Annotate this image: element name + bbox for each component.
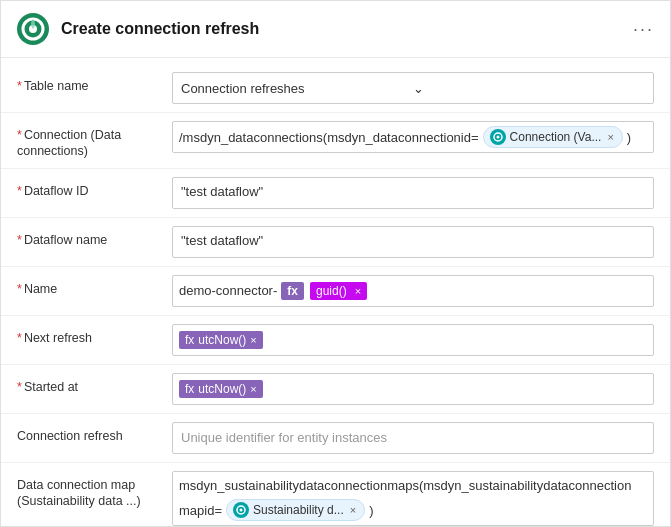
name-token-area[interactable]: demo-connector- fx guid() × bbox=[172, 275, 654, 307]
connection-suffix: ) bbox=[627, 130, 631, 145]
more-options-button[interactable]: ··· bbox=[633, 19, 654, 40]
next-refresh-label: *Next refresh bbox=[17, 324, 172, 346]
connection-refresh-input[interactable]: Unique identifier for entity instances bbox=[172, 422, 654, 454]
guid-chip: guid() × bbox=[310, 282, 367, 300]
dataflow-name-control: "test dataflow" bbox=[172, 226, 654, 258]
dataflow-name-row: *Dataflow name "test dataflow" bbox=[1, 220, 670, 264]
started-at-fx-icon: fx bbox=[185, 382, 194, 396]
guid-chip-label: guid() bbox=[316, 284, 347, 298]
next-refresh-utcnow: utcNow() bbox=[198, 333, 246, 347]
table-name-control: Connection refreshes ⌄ bbox=[172, 72, 654, 104]
connection-row: *Connection (Data connections) /msdyn_da… bbox=[1, 115, 670, 166]
next-refresh-row: *Next refresh fx utcNow() × bbox=[1, 318, 670, 362]
next-refresh-control: fx utcNow() × bbox=[172, 324, 654, 356]
dataflow-name-label: *Dataflow name bbox=[17, 226, 172, 248]
svg-point-4 bbox=[496, 136, 499, 139]
next-refresh-close-icon[interactable]: × bbox=[250, 334, 256, 346]
name-control: demo-connector- fx guid() × bbox=[172, 275, 654, 307]
connection-prefix: /msdyn_dataconnections(msdyn_dataconnect… bbox=[179, 130, 479, 145]
next-refresh-input[interactable]: fx utcNow() × bbox=[172, 324, 654, 356]
table-name-row: *Table name Connection refreshes ⌄ bbox=[1, 66, 670, 110]
name-row: *Name demo-connector- fx guid() × bbox=[1, 269, 670, 313]
started-at-input[interactable]: fx utcNow() × bbox=[172, 373, 654, 405]
guid-close-icon[interactable]: × bbox=[355, 285, 361, 297]
table-name-dropdown[interactable]: Connection refreshes ⌄ bbox=[172, 72, 654, 104]
started-at-close-icon[interactable]: × bbox=[250, 383, 256, 395]
sustainability-chip-label: Sustainability d... bbox=[253, 503, 344, 517]
started-at-row: *Started at fx utcNow() × bbox=[1, 367, 670, 411]
chevron-down-icon: ⌄ bbox=[413, 81, 645, 96]
dataflow-id-row: *Dataflow ID "test dataflow" bbox=[1, 171, 670, 215]
connection-chip-label: Connection (Va... bbox=[510, 130, 602, 144]
app-logo bbox=[17, 13, 49, 45]
sustainability-chip-icon bbox=[233, 502, 249, 518]
connection-chip-icon bbox=[490, 129, 506, 145]
fx-icon: fx bbox=[281, 282, 304, 300]
data-connection-map-label: Data connection map (Sustainability data… bbox=[17, 471, 172, 510]
data-connection-map-suffix: ) bbox=[369, 503, 373, 518]
connection-refresh-label: Connection refresh bbox=[17, 422, 172, 444]
data-connection-map-prefix: mapid= bbox=[179, 503, 222, 518]
connection-control: /msdyn_dataconnections(msdyn_dataconnect… bbox=[172, 121, 654, 153]
table-name-label: *Table name bbox=[17, 72, 172, 94]
started-at-label: *Started at bbox=[17, 373, 172, 395]
started-at-control: fx utcNow() × bbox=[172, 373, 654, 405]
connection-refresh-placeholder: Unique identifier for entity instances bbox=[181, 430, 387, 445]
started-at-fx-chip: fx utcNow() × bbox=[179, 380, 263, 398]
panel-title: Create connection refresh bbox=[61, 20, 633, 38]
connection-token-chip: Connection (Va... × bbox=[483, 126, 623, 148]
data-connection-map-control: msdyn_sustainabilitydataconnectionmaps(m… bbox=[172, 471, 654, 527]
dataflow-name-input[interactable]: "test dataflow" bbox=[172, 226, 654, 258]
dataflow-id-control: "test dataflow" bbox=[172, 177, 654, 209]
dataflow-id-input[interactable]: "test dataflow" bbox=[172, 177, 654, 209]
main-panel: Create connection refresh ··· *Table nam… bbox=[0, 0, 671, 527]
data-connection-map-input[interactable]: msdyn_sustainabilitydataconnectionmaps(m… bbox=[172, 471, 654, 527]
dataflow-id-label: *Dataflow ID bbox=[17, 177, 172, 199]
name-prefix-text: demo-connector- bbox=[179, 283, 277, 298]
data-connection-map-row: Data connection map (Sustainability data… bbox=[1, 465, 670, 527]
svg-point-6 bbox=[240, 509, 243, 512]
connection-chip-close[interactable]: × bbox=[607, 131, 613, 143]
header: Create connection refresh ··· bbox=[1, 1, 670, 58]
sustainability-chip-close[interactable]: × bbox=[350, 504, 356, 516]
name-label: *Name bbox=[17, 275, 172, 297]
connection-refresh-row: Connection refresh Unique identifier for… bbox=[1, 416, 670, 460]
data-connection-map-line1: msdyn_sustainabilitydataconnectionmaps(m… bbox=[179, 476, 647, 497]
started-at-utcnow: utcNow() bbox=[198, 382, 246, 396]
table-name-value: Connection refreshes bbox=[181, 81, 413, 96]
data-connection-map-line2: mapid= Sustainability d... × ) bbox=[179, 499, 374, 521]
next-refresh-fx-chip: fx utcNow() × bbox=[179, 331, 263, 349]
connection-token-area[interactable]: /msdyn_dataconnections(msdyn_dataconnect… bbox=[172, 121, 654, 153]
sustainability-chip: Sustainability d... × bbox=[226, 499, 365, 521]
form-body: *Table name Connection refreshes ⌄ *Conn… bbox=[1, 58, 670, 526]
connection-label: *Connection (Data connections) bbox=[17, 121, 172, 160]
next-refresh-fx-icon: fx bbox=[185, 333, 194, 347]
connection-refresh-control: Unique identifier for entity instances bbox=[172, 422, 654, 454]
